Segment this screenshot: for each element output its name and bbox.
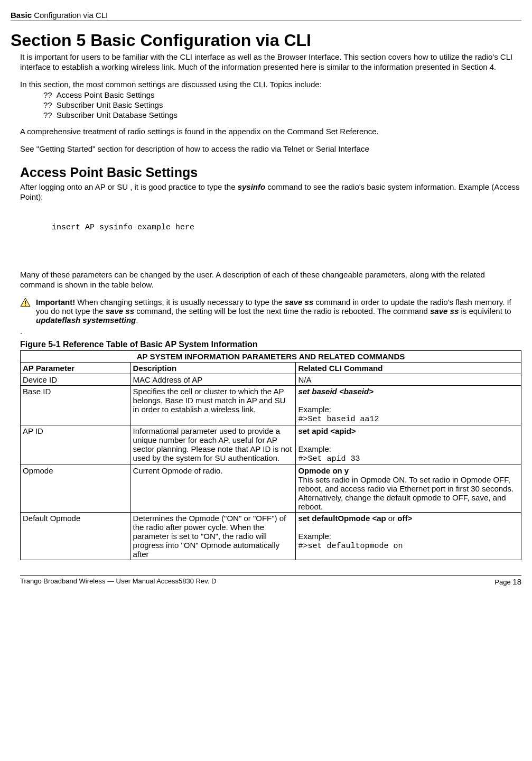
cell-cmd: N/A: [296, 374, 521, 385]
aps-p1a: After logging onto an AP or SU , it is g…: [20, 182, 238, 191]
footer-left: Trango Broadband Wireless — User Manual …: [20, 577, 216, 586]
table-row: Base ID Specifies the cell or cluster to…: [21, 385, 521, 425]
topics-list: ??Access Point Basic Settings ??Subscrib…: [43, 90, 521, 119]
cell-desc: MAC Address of AP: [130, 374, 296, 385]
paragraph-cmd-reference: A comprehensive treatment of radio setti…: [20, 127, 521, 137]
important-label: Important!: [36, 298, 75, 307]
cell-cmd: Opmode on y This sets radio in Opmode ON…: [296, 465, 521, 512]
imp-a: When changing settings, it is usually ne…: [75, 298, 285, 307]
footer-page-number: 18: [512, 577, 521, 586]
cmd-example-code: #>Set apid 33: [298, 454, 360, 463]
aps-heading: Access Point Basic Settings: [20, 165, 521, 180]
table-row: Opmode Current Opmode of radio. Opmode o…: [21, 465, 521, 512]
cmd-bold-a: set defaultOpmode <ap: [298, 514, 388, 523]
cmd-example-label: Example:: [298, 444, 331, 453]
cell-cmd: set baseid <baseid> Example: #>Set basei…: [296, 385, 521, 425]
svg-point-2: [25, 304, 26, 305]
bullet-mark: ??: [43, 100, 52, 109]
intro-paragraph-2: In this section, the most common setting…: [20, 80, 521, 90]
cmd-example-label: Example:: [298, 405, 331, 414]
cell-desc: Determines the Opmode ("ON" or "OFF") of…: [130, 512, 296, 560]
imp-cmd3: save ss: [430, 307, 459, 315]
footer-right: Page 18: [494, 577, 521, 586]
aps-p1-cmd: sysinfo: [238, 182, 266, 191]
reference-table: AP SYSTEM INFORMATION PARAMETERS AND REL…: [20, 350, 521, 560]
table-row: Device ID MAC Address of AP N/A: [21, 374, 521, 385]
bullet-mark: ??: [43, 90, 52, 99]
header-rest: Configuration via CLI: [32, 11, 108, 20]
list-item: ??Access Point Basic Settings: [43, 90, 521, 99]
imp-d: is equivilent to: [459, 307, 511, 315]
aps-paragraph-2: Many of these parameters can be changed …: [20, 270, 521, 290]
warning-icon: [20, 298, 31, 307]
cmd-example-code: #>set defaultopmode on: [298, 542, 403, 551]
cmd-bold-b: off>: [395, 514, 412, 523]
warning-block: Important! When changing settings, it is…: [20, 298, 521, 324]
table-head-1: AP Parameter: [21, 362, 131, 374]
imp-cmd1: save ss: [285, 298, 313, 307]
list-item-label: Subscriber Unit Database Settings: [57, 110, 178, 119]
cmd-example-label: Example:: [298, 532, 331, 541]
imp-cmd4: updateflash systemsetting: [36, 315, 136, 324]
paragraph-getting-started: See "Getting Started" section for descri…: [20, 144, 521, 154]
cmd-bold: set apid <apid>: [298, 426, 356, 435]
list-item: ??Subscriber Unit Database Settings: [43, 110, 521, 119]
cell-param: Opmode: [21, 465, 131, 512]
cmd-example-code: #>Set baseid aa12: [298, 415, 379, 424]
cmd-text: This sets radio in Opmode ON. To set rad…: [298, 475, 514, 511]
dot-line: .: [20, 327, 521, 336]
cell-param: Device ID: [21, 374, 131, 385]
table-row: AP ID Informational parameter used to pr…: [21, 425, 521, 465]
list-item: ??Subscriber Unit Basic Settings: [43, 100, 521, 109]
bullet-mark: ??: [43, 110, 52, 119]
table-title: AP SYSTEM INFORMATION PARAMETERS AND REL…: [21, 350, 521, 362]
cell-desc: Informational parameter used to provide …: [130, 425, 296, 465]
cell-cmd: set apid <apid> Example: #>Set apid 33: [296, 425, 521, 465]
header-bold: Basic: [11, 11, 32, 20]
footer-page-label: Page: [494, 578, 512, 586]
table-row: Default Opmode Determines the Opmode ("O…: [21, 512, 521, 560]
intro-paragraph-1: It is important for users to be familiar…: [20, 52, 521, 72]
cmd-bold: set baseid <baseid>: [298, 387, 374, 396]
table-head-2: Description: [130, 362, 296, 374]
table-head-3: Related CLI Command: [296, 362, 521, 374]
figure-caption: Figure 5-1 Reference Table of Basic AP S…: [20, 340, 521, 349]
header-title-line: Basic Configuration via CLI: [11, 11, 521, 21]
page-footer: Trango Broadband Wireless — User Manual …: [20, 575, 521, 586]
cell-desc: Current Opmode of radio.: [130, 465, 296, 512]
imp-cmd2: save ss: [106, 307, 134, 315]
cmd-bold: Opmode on y: [298, 466, 349, 475]
cell-desc: Specifies the cell or cluster to which t…: [130, 385, 296, 425]
cell-param: Base ID: [21, 385, 131, 425]
cell-cmd: set defaultOpmode <ap or off> Example: #…: [296, 512, 521, 560]
imp-e: .: [136, 315, 138, 324]
list-item-label: Access Point Basic Settings: [57, 90, 155, 99]
list-item-label: Subscriber Unit Basic Settings: [57, 100, 163, 109]
aps-paragraph-1: After logging onto an AP or SU , it is g…: [20, 182, 521, 202]
section-title: Section 5 Basic Configuration via CLI: [11, 31, 521, 50]
warning-text: Important! When changing settings, it is…: [36, 298, 521, 324]
code-placeholder: insert AP sysinfo example here: [52, 223, 521, 233]
imp-c: command, the setting will be lost the ne…: [134, 307, 430, 315]
cell-param: Default Opmode: [21, 512, 131, 560]
cell-param: AP ID: [21, 425, 131, 465]
cmd-mid: or: [388, 514, 395, 523]
